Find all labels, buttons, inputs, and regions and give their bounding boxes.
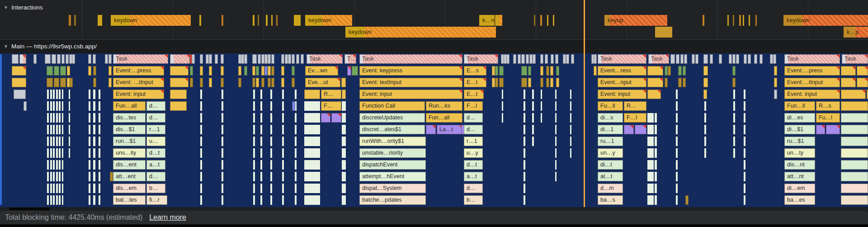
collapse-arrow-icon[interactable]: ▼ [4, 44, 8, 49]
flame-bar[interactable] [692, 54, 695, 64]
flame-bar[interactable] [170, 101, 187, 111]
interaction-bar[interactable] [655, 27, 672, 38]
flame-bar[interactable] [774, 66, 777, 76]
flame-bar[interactable] [841, 90, 866, 99]
flame-bar[interactable]: Event…nput [598, 78, 646, 87]
flame-bar[interactable] [683, 78, 686, 87]
flame-bar[interactable]: r…1 [464, 137, 483, 146]
flame-bar[interactable] [550, 66, 553, 76]
flame-bar[interactable]: Event…ress [598, 66, 646, 76]
flame-bar[interactable] [521, 54, 525, 64]
flame-bar[interactable]: Task [648, 54, 669, 64]
flame-bar[interactable]: F… [321, 101, 341, 111]
flame-bar[interactable] [513, 54, 516, 64]
flame-bar[interactable] [221, 78, 224, 87]
flame-bar[interactable] [256, 78, 259, 87]
flame-bar[interactable] [271, 54, 274, 64]
flame-bar[interactable] [550, 78, 553, 87]
flame-bar[interactable]: d… [464, 184, 483, 193]
interaction-bar[interactable]: k…n [479, 15, 502, 26]
flame-column[interactable] [260, 90, 262, 205]
flame-bar[interactable] [72, 54, 75, 64]
flame-bar[interactable] [52, 54, 56, 64]
flame-column[interactable] [270, 90, 272, 205]
flame-bar[interactable] [526, 54, 529, 64]
flame-bar[interactable] [57, 54, 61, 64]
flame-bar[interactable]: Task [464, 54, 498, 64]
flame-bar[interactable]: E…t [464, 78, 486, 87]
flame-bar[interactable]: a…t [464, 172, 483, 181]
flame-bar[interactable] [647, 78, 663, 87]
flame-bar[interactable] [70, 78, 73, 87]
interactions-track-header[interactable]: ▼ Interactions [4, 4, 43, 11]
interaction-tick[interactable] [74, 15, 76, 26]
flame-bar[interactable]: Event:…press [784, 66, 840, 76]
flame-bar[interactable] [841, 172, 868, 181]
flame-bar[interactable] [528, 78, 531, 87]
flame-bar[interactable] [540, 54, 543, 64]
flame-bar[interactable] [521, 66, 527, 76]
flame-bar[interactable]: dis…nt [784, 160, 815, 170]
flame-bar[interactable] [556, 66, 559, 76]
flame-bar[interactable] [215, 54, 218, 64]
flame-bar[interactable] [566, 54, 569, 64]
flame-bar[interactable]: F…l [464, 101, 483, 111]
flame-bar[interactable] [268, 66, 271, 76]
flame-bar[interactable] [252, 78, 255, 87]
flame-column[interactable] [704, 101, 706, 158]
playhead-marker[interactable] [584, 0, 585, 207]
flame-column[interactable] [676, 90, 678, 205]
flame-bar[interactable]: b… [464, 195, 483, 205]
flame-bar[interactable]: d… [464, 125, 483, 134]
flame-bar[interactable] [426, 125, 436, 134]
flame-bar[interactable]: di…$1 [784, 125, 815, 134]
interaction-tick[interactable] [199, 15, 201, 26]
scrollbar-thumb[interactable] [9, 208, 50, 210]
interaction-tick[interactable] [258, 15, 259, 26]
flame-bar[interactable] [88, 66, 91, 76]
flame-bar[interactable]: att…ent [113, 172, 146, 181]
flame-bar[interactable] [668, 66, 671, 76]
flame-bar[interactable] [60, 78, 66, 87]
flame-bar[interactable]: fi…r [146, 195, 167, 205]
flame-bar[interactable] [857, 78, 868, 87]
flame-bar[interactable]: Fu…l [816, 113, 840, 123]
flame-bar[interactable] [54, 78, 59, 87]
flame-bar[interactable] [93, 78, 96, 87]
flame-bar[interactable]: d…m [598, 184, 623, 193]
flame-bar[interactable] [67, 66, 70, 76]
flame-bar[interactable] [665, 78, 668, 87]
flame-bar[interactable] [703, 90, 707, 99]
flame-bar[interactable] [209, 54, 212, 64]
flame-bar[interactable] [857, 66, 868, 76]
flame-column[interactable] [93, 90, 95, 205]
flame-bar[interactable] [209, 66, 212, 76]
flame-bar[interactable] [492, 66, 495, 76]
flame-bar[interactable] [238, 66, 241, 76]
flame-bar[interactable] [261, 54, 264, 64]
flame-bar[interactable]: d… [146, 172, 165, 181]
flame-bar[interactable] [45, 54, 51, 64]
flame-bar[interactable] [841, 125, 868, 134]
flame-bar[interactable]: discreteUpdates [359, 113, 425, 123]
flame-bar[interactable] [170, 66, 189, 76]
flame-bar[interactable] [33, 54, 37, 64]
flame-bar[interactable] [200, 78, 203, 87]
flame-bar[interactable] [695, 54, 698, 64]
flame-bar[interactable]: ba…es [784, 195, 815, 205]
flame-bar[interactable] [540, 78, 543, 87]
flame-bar[interactable] [108, 66, 112, 76]
flame-bar[interactable] [261, 66, 264, 76]
interaction-tick[interactable] [743, 15, 744, 26]
flame-column[interactable] [532, 90, 534, 146]
flame-bar[interactable]: di…s [598, 113, 623, 123]
flame-bar[interactable]: Event: keypress [359, 66, 462, 76]
flame-bar[interactable]: u…y [464, 148, 483, 158]
flame-bar[interactable] [12, 66, 26, 76]
flame-bar[interactable] [110, 172, 113, 181]
flame-bar[interactable]: Event: input [113, 90, 164, 99]
flame-bar[interactable] [256, 66, 259, 76]
flame-bar[interactable] [770, 54, 773, 64]
flame-bar[interactable]: bat…tes [113, 195, 146, 205]
flame-bar[interactable]: d… [464, 113, 483, 123]
